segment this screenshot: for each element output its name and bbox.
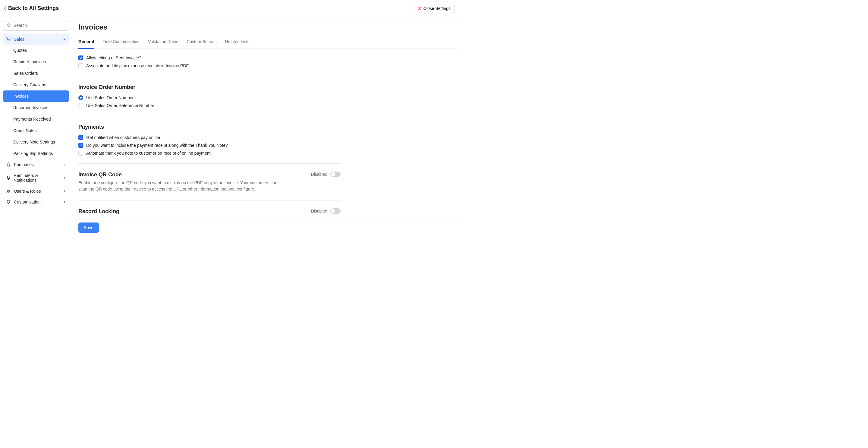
- check-icon: [79, 136, 82, 139]
- sidebar-item-retainer-invoices[interactable]: Retainer Invoices: [3, 56, 69, 67]
- payments-option-label: Automate thank you note to customer on r…: [86, 151, 212, 155]
- save-button[interactable]: Save: [79, 222, 99, 233]
- top-option-label: Associate and display expense receipts i…: [86, 63, 189, 68]
- back-label: Back to All Settings: [8, 5, 59, 11]
- check-icon: [79, 144, 82, 147]
- sidebar-group-users[interactable]: Users & Roles: [3, 186, 69, 197]
- close-label: Close Settings: [424, 6, 451, 11]
- sidebar-item-payments-received[interactable]: Payments Received: [3, 113, 69, 125]
- record-locking-status-label: Disabled: [311, 209, 327, 213]
- sidebar-group-label: Reminders & Notifications: [13, 173, 60, 183]
- tab-field-customization[interactable]: Field Customization: [102, 37, 140, 49]
- check-icon: [79, 56, 82, 59]
- payments-option-label: Do you want to include the payment recei…: [86, 143, 228, 148]
- sidebar-item-delivery-challans[interactable]: Delivery Challans: [3, 79, 69, 90]
- bell-icon: [6, 176, 10, 180]
- top-option-label: Allow editing of Sent Invoice?: [86, 56, 141, 60]
- sidebar-item-packing-slip-settings[interactable]: Packing Slip Settings: [3, 148, 69, 159]
- sidebar-item-credit-notes[interactable]: Credit Notes: [3, 125, 69, 136]
- sidebar-item-recurring-invoices[interactable]: Recurring Invoices: [3, 102, 69, 113]
- content-scroll[interactable]: Allow editing of Sent Invoice?Associate …: [72, 49, 458, 218]
- order-number-option-row: Use Sales Order Reference Number: [79, 103, 341, 108]
- tab-general[interactable]: General: [79, 37, 94, 49]
- tab-related-lists[interactable]: Related Lists: [225, 37, 250, 49]
- invoice-qr-code-description: Enable and configure the QR code you wan…: [79, 180, 283, 192]
- top-option-row: Allow editing of Sent Invoice?: [79, 56, 341, 60]
- tab-validation-rules[interactable]: Validation Rules: [148, 37, 178, 49]
- sidebar-item-quotes[interactable]: Quotes: [3, 44, 69, 56]
- close-icon: [418, 7, 422, 10]
- chevron-right-icon: [63, 190, 66, 192]
- payments-option-row: Automate thank you note to customer on r…: [79, 151, 341, 155]
- back-to-settings-link[interactable]: Back to All Settings: [4, 5, 59, 11]
- settings-tabs: GeneralField CustomizationValidation Rul…: [72, 37, 458, 49]
- payments-option-checkbox[interactable]: [79, 143, 83, 148]
- bag-icon: [6, 162, 11, 167]
- payments-option-label: Get notified when customers pay online: [86, 135, 160, 140]
- record-locking-title: Record Locking: [79, 208, 119, 215]
- payments-option-row: Get notified when customers pay online: [79, 135, 341, 140]
- sidebar-item-delivery-note-settings[interactable]: Delivery Note Settings: [3, 136, 69, 148]
- qr-code-toggle[interactable]: [330, 172, 341, 177]
- chevron-right-icon: [63, 176, 66, 179]
- invoice-qr-code-title: Invoice QR Code: [79, 172, 283, 178]
- sidebar-group-reminders[interactable]: Reminders & Notifications: [3, 170, 69, 186]
- users-icon: [6, 189, 11, 193]
- settings-search-input[interactable]: [3, 20, 69, 31]
- chevron-left-icon: [4, 6, 6, 10]
- payments-option-checkbox[interactable]: [79, 135, 83, 140]
- tab-custom-buttons[interactable]: Custom Buttons: [187, 37, 217, 49]
- sidebar-group-sales[interactable]: Sales: [3, 34, 69, 44]
- order-number-label: Use Sales Order Reference Number: [86, 103, 154, 108]
- sidebar-group-label: Customisation: [14, 200, 41, 204]
- record-locking-toggle[interactable]: [330, 208, 341, 214]
- settings-sidebar: SalesQuotesRetainer InvoicesSales Orders…: [0, 17, 72, 236]
- chevron-right-icon: [63, 201, 66, 204]
- qr-code-status-label: Disabled: [311, 172, 327, 177]
- sidebar-group-label: Purchases: [14, 162, 34, 167]
- sidebar-group-purchases[interactable]: Purchases: [3, 159, 69, 170]
- chevron-right-icon: [63, 163, 66, 166]
- top-option-row: Associate and display expense receipts i…: [79, 63, 341, 68]
- shield-icon: [6, 200, 11, 204]
- order-number-radio[interactable]: [79, 95, 83, 100]
- payments-option-row: Do you want to include the payment recei…: [79, 143, 341, 148]
- close-settings-button[interactable]: Close Settings: [414, 4, 455, 13]
- payments-title: Payments: [79, 124, 341, 130]
- sidebar-item-sales-orders[interactable]: Sales Orders: [3, 67, 69, 79]
- order-number-radio[interactable]: [79, 103, 83, 108]
- chevron-down-icon: [63, 38, 66, 41]
- invoice-order-number-title: Invoice Order Number: [79, 84, 341, 90]
- sidebar-item-invoices[interactable]: Invoices: [3, 90, 69, 102]
- order-number-label: Use Sales Order Number: [86, 95, 133, 100]
- top-option-checkbox[interactable]: [79, 63, 83, 68]
- sidebar-group-label: Sales: [14, 37, 24, 41]
- top-option-checkbox[interactable]: [79, 56, 83, 60]
- page-title: Invoices: [72, 17, 458, 37]
- cart-icon: [6, 37, 11, 41]
- sidebar-group-label: Users & Roles: [14, 189, 41, 193]
- order-number-option-row: Use Sales Order Number: [79, 95, 341, 100]
- search-icon: [7, 23, 11, 27]
- settings-topbar: Back to All Settings Close Settings: [0, 0, 458, 17]
- payments-option-checkbox[interactable]: [79, 151, 83, 155]
- sidebar-group-customisation[interactable]: Customisation: [3, 197, 69, 207]
